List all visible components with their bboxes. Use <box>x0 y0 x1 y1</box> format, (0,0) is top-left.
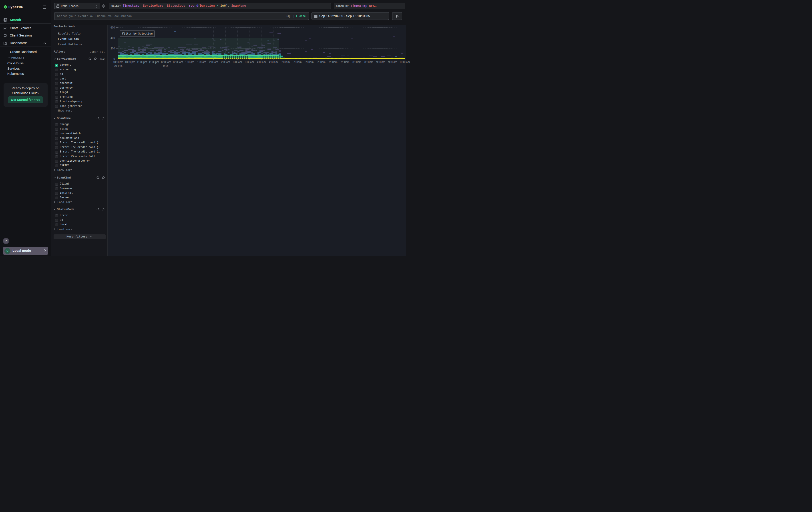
svg-text:5:30am: 5:30am <box>293 60 302 64</box>
svg-text:3:30am: 3:30am <box>245 60 254 64</box>
svg-text:8:00am: 8:00am <box>352 60 361 64</box>
svg-text:7:30am: 7:30am <box>340 60 349 64</box>
svg-text:4:00am: 4:00am <box>257 60 266 64</box>
svg-text:3:00am: 3:00am <box>233 60 242 64</box>
svg-text:2:00am: 2:00am <box>209 60 218 64</box>
svg-text:0: 0 <box>113 57 115 60</box>
svg-text:4:30am: 4:30am <box>269 60 278 64</box>
svg-text:600: 600 <box>111 26 115 29</box>
svg-text:6:00am: 6:00am <box>304 60 314 64</box>
svg-text:6:30am: 6:30am <box>317 60 325 64</box>
svg-text:200: 200 <box>111 47 115 50</box>
svg-text:10:30pm: 10:30pm <box>125 60 135 64</box>
svg-text:1:30am: 1:30am <box>197 60 206 64</box>
svg-text:11:00pm: 11:00pm <box>137 60 147 64</box>
svg-text:10:00pm: 10:00pm <box>113 60 123 64</box>
svg-text:1:00am: 1:00am <box>185 60 194 64</box>
svg-text:9:30am: 9:30am <box>388 60 397 64</box>
svg-text:9:00am: 9:00am <box>376 60 385 64</box>
svg-text:12:30am: 12:30am <box>173 60 183 64</box>
svg-text:8:30am: 8:30am <box>365 60 373 64</box>
svg-text:400: 400 <box>111 36 115 39</box>
svg-text:9/15: 9/15 <box>163 64 169 68</box>
svg-text:2:30am: 2:30am <box>221 60 230 64</box>
svg-text:5:00am: 5:00am <box>281 60 290 64</box>
svg-text:Filter by Selection: Filter by Selection <box>122 32 153 35</box>
svg-text:9/14/25: 9/14/25 <box>114 64 122 68</box>
svg-text:7:00am: 7:00am <box>329 60 338 64</box>
svg-text:10:00am: 10:00am <box>400 60 406 64</box>
svg-text:11:30pm: 11:30pm <box>149 60 159 64</box>
svg-text:12:00am: 12:00am <box>161 60 171 64</box>
